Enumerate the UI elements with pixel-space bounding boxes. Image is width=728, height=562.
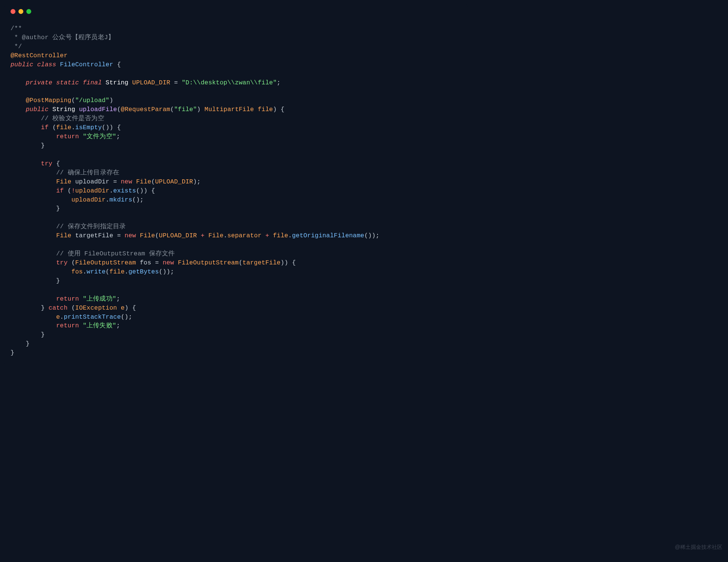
paren: ) (136, 196, 140, 203)
method-call: getBytes (128, 268, 159, 275)
keyword: new (125, 232, 136, 239)
paren: ( (52, 124, 56, 131)
string: "D:\\desktop\\zwan\\file" (182, 79, 277, 86)
keyword: try (56, 259, 67, 266)
method-call: printStackTrace (64, 313, 121, 321)
keyword: public (11, 61, 34, 68)
paren: ( (106, 268, 110, 275)
type: File (136, 178, 151, 185)
paren: ) (273, 106, 277, 113)
constant: UPLOAD_DIR (132, 79, 170, 86)
class-name: FileController (60, 61, 113, 68)
comment-line: /** (11, 25, 22, 32)
paren: ( (159, 268, 163, 275)
param: e (121, 304, 125, 312)
annotation: @RestController (11, 52, 68, 59)
keyword: if (56, 187, 64, 194)
paren: ) (166, 268, 170, 275)
window-titlebar (4, 4, 468, 19)
keyword: return (56, 322, 79, 329)
method-call: getOriginalFilename (292, 232, 364, 239)
paren: ( (72, 97, 75, 104)
brace: { (277, 106, 284, 113)
type: MultipartFile (204, 106, 254, 113)
brace: { (148, 187, 155, 194)
paren: ) (106, 124, 110, 131)
type: File (208, 232, 223, 239)
dot: . (110, 187, 113, 194)
paren: ) (368, 232, 372, 239)
operator: = (170, 79, 181, 86)
operator: + (262, 232, 273, 239)
comment-line: */ (11, 43, 22, 50)
operator: = (110, 178, 121, 185)
paren: ( (72, 259, 75, 266)
type: File (56, 232, 71, 239)
type: File (56, 178, 71, 185)
comment: // 确保上传目录存在 (56, 169, 119, 176)
keyword: return (56, 295, 79, 302)
close-icon[interactable] (11, 9, 15, 14)
paren: ( (121, 313, 125, 321)
paren: ( (364, 232, 368, 239)
paren: ( (72, 304, 75, 312)
method-call: mkdirs (110, 196, 133, 203)
keyword: private (26, 79, 52, 86)
dot: . (106, 196, 110, 203)
keyword: static (56, 79, 79, 86)
brace: } (56, 205, 60, 212)
semi: ; (197, 178, 201, 185)
operator: + (197, 232, 208, 239)
comment: // 校验文件是否为空 (41, 115, 104, 122)
method-call: exists (113, 187, 136, 194)
paren: ) (372, 232, 376, 239)
paren: ( (68, 187, 72, 194)
paren: ) (144, 187, 148, 194)
semi: ; (116, 133, 120, 140)
type: String (106, 79, 129, 86)
keyword: public (26, 106, 49, 113)
operator: = (151, 259, 163, 266)
paren: ( (102, 124, 106, 131)
brace: } (41, 304, 45, 312)
type: File (140, 232, 155, 239)
minimize-icon[interactable] (18, 9, 23, 14)
keyword: if (41, 124, 49, 131)
paren: ) (110, 124, 113, 131)
var: file (110, 268, 125, 275)
string: "上传失败" (83, 322, 116, 329)
dot: . (83, 268, 87, 275)
semi: ; (140, 196, 144, 203)
method-name: uploadFile (79, 106, 117, 113)
paren: ) (140, 187, 144, 194)
paren: ) (125, 304, 128, 312)
method-call: write (87, 268, 106, 275)
brace: { (52, 160, 60, 167)
keyword: return (56, 133, 79, 140)
paren: ) (197, 106, 201, 113)
var: fos (140, 259, 151, 266)
operator: ! (72, 187, 75, 194)
var: targetFile (242, 259, 280, 266)
paren: ) (280, 259, 284, 266)
brace: { (113, 124, 121, 131)
brace: } (41, 331, 45, 338)
property: separator (227, 232, 262, 239)
string: "文件为空" (83, 133, 116, 140)
type: FileOutputStream (178, 259, 239, 266)
constant: UPLOAD_DIR (159, 232, 197, 239)
param: file (258, 106, 273, 113)
brace: { (113, 61, 121, 68)
type: IOException (75, 304, 117, 312)
annotation: @RequestParam (121, 106, 170, 113)
paren: ) (125, 313, 128, 321)
maximize-icon[interactable] (26, 9, 31, 14)
semi: ; (170, 268, 174, 275)
var: e (56, 313, 60, 321)
string: "file" (174, 106, 197, 113)
constant: UPLOAD_DIR (155, 178, 193, 185)
var: uploadDir (72, 196, 106, 203)
dot: . (60, 313, 64, 321)
keyword: new (121, 178, 132, 185)
string: "上传成功" (83, 295, 116, 302)
